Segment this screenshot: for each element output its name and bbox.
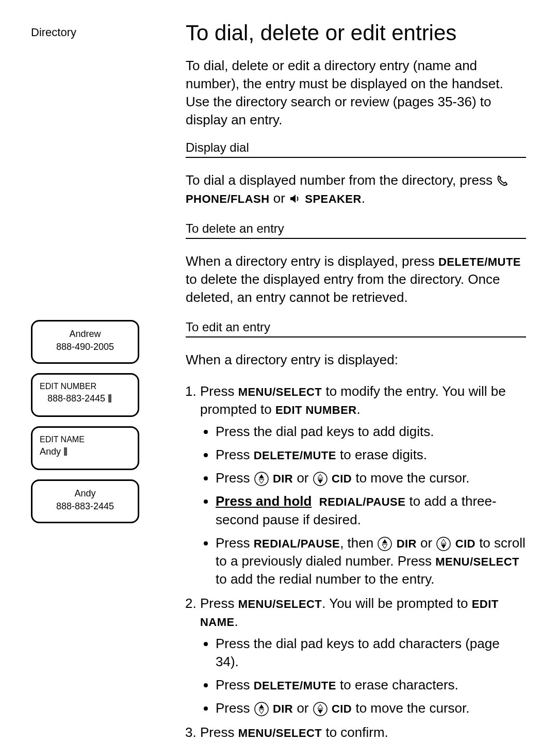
nav-down-icon <box>436 536 451 552</box>
edit-number-label: EDIT NUMBER <box>275 404 357 416</box>
svg-marker-7 <box>382 539 387 543</box>
delete-mute-key: DELETE/MUTE <box>254 679 336 692</box>
bullet-add-digits: Press the dial pad keys to add digits. <box>216 423 526 441</box>
subheading-delete-entry: To delete an entry <box>186 221 526 239</box>
section-label: Directory <box>31 26 76 39</box>
svg-marker-2 <box>259 479 264 484</box>
nav-down-icon <box>313 701 328 717</box>
delete-entry-text: When a directory entry is displayed, pre… <box>186 252 526 307</box>
bullet-erase-digits: Press DELETE/MUTE to erase digits. <box>216 446 526 464</box>
press-and-hold-label: Press and hold <box>216 493 312 509</box>
handset-screens-column: Andrew 888-490-2005 EDIT NUMBER 888-883-… <box>31 320 139 533</box>
subheading-display-dial: Display dial <box>186 140 526 158</box>
screen-edit-number: EDIT NUMBER 888-883-2445 <box>31 373 139 417</box>
speaker-icon <box>289 192 301 205</box>
step-1-bullets: Press the dial pad keys to add digits. P… <box>200 423 526 588</box>
nav-up-icon <box>254 701 269 717</box>
screen-edit-name: EDIT NAME Andy <box>31 426 139 470</box>
cid-key: CID <box>455 537 476 550</box>
menu-select-key: MENU/SELECT <box>238 598 322 610</box>
display-dial-text: To dial a displayed number from the dire… <box>186 171 526 207</box>
screen-confirmed-entry: Andy 888-883-2445 <box>31 479 139 523</box>
dir-key: DIR <box>397 537 417 550</box>
svg-marker-1 <box>259 474 264 478</box>
subheading-edit-entry: To edit an entry <box>186 320 526 337</box>
step-1: Press MENU/SELECT to modify the entry. Y… <box>200 382 526 588</box>
phone-handset-icon <box>496 174 509 187</box>
page-title: To dial, delete or edit entries <box>186 21 526 45</box>
svg-marker-13 <box>259 704 264 709</box>
cursor-icon <box>108 394 111 403</box>
menu-select-key: MENU/SELECT <box>238 727 322 739</box>
screen-number: 888-883-2445 <box>40 500 130 513</box>
svg-marker-14 <box>259 710 264 714</box>
edit-steps-list: Press MENU/SELECT to modify the entry. Y… <box>186 382 526 742</box>
screen-name: Andy <box>40 487 130 500</box>
nav-up-icon <box>377 536 392 552</box>
menu-select-key: MENU/SELECT <box>435 555 519 568</box>
screen-name: Andrew <box>40 328 130 341</box>
intro-paragraph: To dial, delete or edit a directory entr… <box>186 57 526 129</box>
dir-key: DIR <box>273 702 293 715</box>
menu-select-key: MENU/SELECT <box>238 385 322 398</box>
svg-marker-10 <box>441 539 446 543</box>
screen-value: 888-883-2445 <box>40 392 130 405</box>
redial-pause-key: REDIAL/PAUSE <box>254 537 340 550</box>
step-3: Press MENU/SELECT to confirm. <box>200 723 526 742</box>
speaker-key: SPEAKER <box>305 192 361 205</box>
phone-flash-key: PHONE/FLASH <box>186 192 270 205</box>
screen-number: 888-490-2005 <box>40 341 130 353</box>
cid-key: CID <box>332 472 352 485</box>
svg-marker-4 <box>318 474 323 478</box>
cid-key: CID <box>332 702 352 715</box>
dir-key: DIR <box>273 472 293 485</box>
step-2-bullets: Press the dial pad keys to add character… <box>200 635 526 717</box>
svg-marker-5 <box>318 479 323 484</box>
delete-mute-key: DELETE/MUTE <box>254 449 336 462</box>
svg-marker-11 <box>441 544 446 549</box>
bullet-add-characters: Press the dial pad keys to add character… <box>216 635 526 671</box>
svg-marker-17 <box>318 710 323 714</box>
edit-entry-lead: When a directory entry is displayed: <box>186 351 526 369</box>
svg-marker-8 <box>382 544 387 549</box>
bullet-add-pause: Press and hold REDIAL/PAUSE to add a thr… <box>216 492 526 528</box>
bullet-move-cursor: Press DIR or CID to move the cursor. <box>216 469 526 487</box>
screen-directory-entry: Andrew 888-490-2005 <box>31 320 139 364</box>
delete-mute-key: DELETE/MUTE <box>438 255 521 268</box>
redial-pause-key: REDIAL/PAUSE <box>319 495 405 508</box>
screen-label: EDIT NUMBER <box>40 381 130 392</box>
screen-value: Andy <box>40 445 130 458</box>
screen-label: EDIT NAME <box>40 434 130 445</box>
bullet-erase-characters: Press DELETE/MUTE to erase characters. <box>216 676 526 694</box>
nav-down-icon <box>313 471 328 487</box>
cursor-icon <box>64 447 67 456</box>
main-content: To dial, delete or edit entries To dial,… <box>186 21 526 756</box>
step-2: Press MENU/SELECT. You will be prompted … <box>200 594 526 718</box>
bullet-redial-scroll: Press REDIAL/PAUSE, then DIR or CID to s… <box>216 534 526 588</box>
svg-marker-16 <box>318 704 323 709</box>
nav-up-icon <box>254 471 269 487</box>
bullet-move-cursor-2: Press DIR or CID to move the cursor. <box>216 699 526 717</box>
